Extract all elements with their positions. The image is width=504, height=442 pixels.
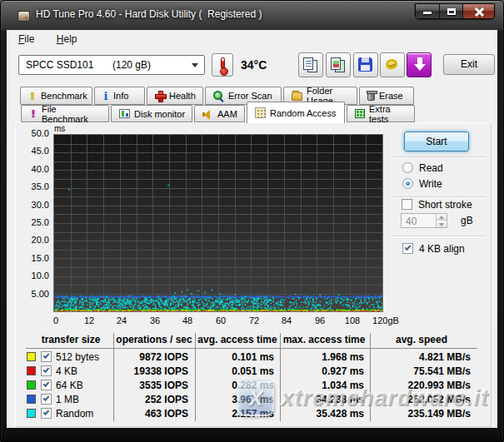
check-icon bbox=[405, 244, 412, 251]
window-controls bbox=[415, 3, 495, 19]
download-arrow-icon bbox=[415, 57, 425, 72]
tab-random-access[interactable]: Random Access bbox=[247, 102, 345, 123]
series-label: 1 MB bbox=[56, 394, 79, 405]
series-color-swatch bbox=[27, 409, 36, 418]
avg-speed-value: 220.993 MB/s bbox=[372, 380, 471, 391]
avg-access-value: 2.157 ms bbox=[191, 408, 274, 420]
avg-speed-value: 252.052 MB/s bbox=[372, 394, 471, 405]
ops-value: 463 IOPS bbox=[99, 408, 188, 420]
tab-aam[interactable]: AAM bbox=[194, 105, 245, 122]
temperature-button[interactable] bbox=[212, 53, 233, 77]
y-tick: 45.0 bbox=[16, 146, 49, 156]
tab-info[interactable]: iInfo bbox=[94, 87, 145, 105]
y-tick: 50.0 bbox=[16, 128, 49, 138]
tab-erase[interactable]: Erase bbox=[359, 87, 414, 105]
tab-disk-monitor[interactable]: Disk monitor bbox=[111, 105, 192, 122]
tab-extra-tests[interactable]: Extra tests bbox=[347, 105, 415, 122]
table-row-random: Random 463 IOPS 2.157 ms 35.428 ms 235.1… bbox=[16, 406, 482, 420]
avg-access-value: 3.967 ms bbox=[191, 394, 274, 405]
table-row-1mb: 1 MB 252 IOPS 3.967 ms 34.238 ms 252.052… bbox=[16, 392, 482, 406]
tab-file-benchmark[interactable]: !File Benchmark bbox=[21, 105, 109, 122]
y-tick: 20.0 bbox=[16, 235, 49, 245]
drive-name: SPCC SSD101 bbox=[26, 59, 93, 71]
latency-scatter-plot bbox=[53, 134, 383, 312]
series-color-swatch bbox=[27, 366, 36, 375]
short-stroke-checkbox[interactable] bbox=[402, 199, 412, 210]
maximize-button[interactable] bbox=[440, 4, 463, 18]
latency-scatter-canvas bbox=[54, 135, 382, 311]
close-icon bbox=[474, 7, 483, 17]
menu-help[interactable]: Help bbox=[50, 30, 84, 47]
col-header-transfer-size: transfer size bbox=[29, 334, 112, 345]
series-checkbox[interactable] bbox=[41, 408, 52, 419]
spinner-down-button[interactable] bbox=[436, 221, 447, 227]
series-color-swatch bbox=[27, 352, 36, 361]
erase-icon bbox=[367, 92, 375, 101]
drive-selector-dropdown[interactable]: SPCC SSD101 (120 gB) bbox=[18, 55, 205, 75]
write-radio-label[interactable]: Write bbox=[419, 178, 442, 190]
folder-usage-icon bbox=[292, 92, 302, 101]
short-stroke-unit-label: gB bbox=[461, 215, 473, 226]
series-color-swatch bbox=[27, 395, 36, 404]
short-stroke-label[interactable]: Short stroke bbox=[418, 199, 472, 211]
col-header-max-access: max. access time bbox=[282, 334, 366, 345]
y-tick: 10.0 bbox=[16, 271, 49, 281]
window-title: HD Tune Pro 4.60 - Hard Disk Utility ( R… bbox=[36, 8, 262, 20]
y-tick: 25.0 bbox=[16, 217, 49, 227]
header-divider bbox=[26, 348, 477, 349]
max-access-value: 35.428 ms bbox=[274, 408, 364, 420]
minimize-icon bbox=[423, 12, 432, 14]
max-access-value: 1.034 ms bbox=[274, 380, 364, 391]
series-label: Random bbox=[56, 408, 93, 420]
y-tick: 30.0 bbox=[16, 200, 49, 210]
acoustic-coil-icon bbox=[385, 58, 398, 71]
y-tick: 15.0 bbox=[16, 253, 49, 263]
read-radio-label[interactable]: Read bbox=[419, 162, 443, 174]
table-row-512-bytes: 512 bytes 9872 IOPS 0.101 ms 1.968 ms 4.… bbox=[16, 350, 482, 364]
series-checkbox[interactable] bbox=[41, 351, 52, 362]
thermometer-icon bbox=[221, 57, 225, 68]
copy-image-button[interactable] bbox=[326, 52, 351, 77]
read-radio[interactable] bbox=[402, 162, 413, 173]
series-label: 512 bytes bbox=[56, 351, 99, 363]
acoustic-button[interactable] bbox=[380, 52, 405, 77]
menu-file[interactable]: File bbox=[12, 30, 41, 47]
short-stroke-size-spinner[interactable]: 40 bbox=[401, 213, 447, 228]
write-radio[interactable] bbox=[402, 178, 413, 189]
tab-health[interactable]: Health bbox=[147, 87, 203, 105]
table-row-64kb: 64 KB 3535 IOPS 0.282 ms 1.034 ms 220.99… bbox=[16, 378, 482, 392]
ops-value: 3535 IOPS bbox=[99, 380, 188, 391]
max-access-value: 34.238 ms bbox=[274, 394, 364, 405]
save-screenshot-button[interactable] bbox=[353, 52, 378, 77]
y-tick: 40.0 bbox=[16, 164, 49, 174]
series-checkbox[interactable] bbox=[41, 365, 52, 376]
close-button[interactable] bbox=[463, 4, 494, 18]
series-checkbox[interactable] bbox=[41, 394, 52, 405]
start-button[interactable]: Start bbox=[404, 132, 469, 151]
separator bbox=[392, 236, 486, 237]
col-header-avg-access: avg. access time bbox=[197, 334, 277, 345]
error-scan-icon bbox=[213, 91, 224, 102]
short-stroke-size-value: 40 bbox=[406, 216, 417, 227]
minimize-button[interactable] bbox=[416, 4, 440, 18]
series-checkbox[interactable] bbox=[41, 380, 52, 390]
title-bar[interactable]: HD Tune Pro 4.60 - Hard Disk Utility ( R… bbox=[0, 0, 504, 30]
align-checkbox[interactable] bbox=[402, 243, 413, 254]
chevron-down-icon bbox=[192, 63, 198, 71]
copy-text-button[interactable] bbox=[298, 52, 323, 77]
avg-speed-value: 235.149 MB/s bbox=[372, 408, 471, 420]
tab-benchmark[interactable]: !Benchmark bbox=[20, 87, 92, 105]
random-access-panel: ms 50.0 45.0 40.0 35.0 30.0 25.0 20.0 15… bbox=[15, 122, 492, 427]
file-benchmark-icon: ! bbox=[29, 108, 37, 119]
client-area: File Help SPCC SSD101 (120 gB) 34°C Exit… bbox=[7, 30, 497, 428]
extra-tests-icon bbox=[355, 109, 365, 118]
spinner-up-button[interactable] bbox=[436, 214, 447, 221]
temperature-value: 34°C bbox=[241, 58, 267, 72]
series-color-swatch bbox=[27, 380, 36, 390]
avg-access-value: 0.101 ms bbox=[191, 351, 274, 363]
download-button[interactable] bbox=[407, 52, 432, 77]
benchmark-icon: ! bbox=[28, 91, 37, 102]
align-checkbox-label[interactable]: 4 KB align bbox=[419, 243, 465, 255]
exit-button[interactable]: Exit bbox=[443, 54, 495, 75]
copy-text-icon bbox=[303, 57, 313, 70]
